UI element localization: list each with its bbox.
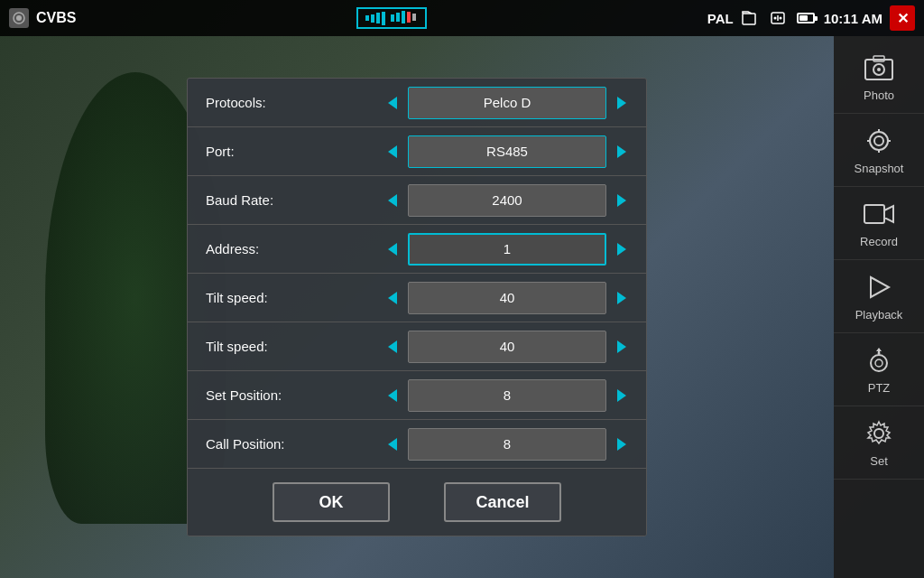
svg-marker-36 (617, 194, 626, 207)
svg-marker-45 (388, 438, 397, 451)
tilt-speed-2-label: Tilt speed: (188, 339, 368, 354)
svg-marker-39 (388, 292, 397, 304)
set-position-value[interactable]: 8 (408, 379, 606, 412)
port-value[interactable]: RS485 (408, 135, 606, 168)
close-button[interactable]: ✕ (890, 5, 915, 31)
right-sidebar: Photo Snapshot Record (834, 36, 924, 578)
protocols-control: Pelco D (368, 79, 646, 126)
record-icon (863, 198, 895, 230)
svg-rect-2 (391, 14, 394, 22)
protocols-prev-button[interactable] (377, 87, 408, 119)
signal-indicator (356, 7, 427, 29)
tilt-speed-1-value[interactable]: 40 (408, 282, 606, 314)
svg-point-26 (875, 359, 882, 367)
baud-rate-row: Baud Rate: 2400 (188, 176, 646, 225)
svg-marker-34 (617, 145, 626, 158)
ok-button[interactable]: OK (273, 482, 390, 522)
tilt-speed-1-control: 40 (368, 275, 646, 322)
baud-rate-next-button[interactable] (606, 184, 637, 217)
call-position-control: 8 (368, 421, 646, 468)
svg-marker-40 (617, 292, 626, 304)
port-row: Port: RS485 (188, 127, 646, 176)
ptz-icon (863, 344, 895, 377)
baud-rate-label: Baud Rate: (188, 192, 368, 208)
address-control: 1 (368, 226, 646, 273)
svg-point-11 (779, 17, 781, 20)
svg-marker-23 (884, 206, 893, 222)
sidebar-label-snapshot: Snapshot (855, 162, 904, 175)
sidebar-label-playback: Playback (855, 308, 903, 322)
svg-point-14 (877, 68, 881, 71)
sidebar-item-ptz[interactable]: PTZ (834, 333, 924, 406)
battery-icon (797, 13, 815, 23)
address-next-button[interactable] (606, 233, 637, 266)
svg-point-29 (878, 352, 881, 355)
call-position-prev-button[interactable] (377, 428, 408, 461)
svg-marker-38 (617, 243, 626, 256)
set-position-control: 8 (368, 372, 646, 419)
sidebar-item-photo[interactable]: Photo (834, 41, 924, 114)
address-label: Address: (188, 241, 368, 256)
sidebar-label-set: Set (870, 454, 888, 468)
svg-marker-43 (388, 389, 397, 402)
sidebar-item-snapshot[interactable]: Snapshot (834, 114, 924, 187)
tilt-speed-2-next-button[interactable] (606, 331, 637, 363)
sidebar-item-record[interactable]: Record (834, 187, 924, 260)
playback-icon (863, 271, 895, 303)
svg-marker-33 (388, 145, 397, 158)
svg-marker-41 (388, 340, 397, 353)
svg-marker-31 (388, 97, 397, 109)
tilt-speed-2-prev-button[interactable] (377, 331, 408, 363)
dialog-overlay: Protocols: Pelco D Port: RS485 (0, 36, 834, 578)
usb-icon (768, 10, 788, 26)
svg-marker-44 (617, 389, 626, 402)
svg-point-30 (874, 429, 883, 438)
protocols-next-button[interactable] (606, 87, 637, 119)
sidebar-item-set[interactable]: Set (834, 406, 924, 480)
svg-rect-7 (743, 14, 755, 24)
svg-point-25 (871, 355, 887, 371)
address-prev-button[interactable] (377, 233, 408, 266)
tilt-speed-1-prev-button[interactable] (377, 282, 408, 314)
svg-point-16 (870, 132, 888, 150)
svg-rect-5 (407, 12, 411, 23)
tilt-speed-2-control: 40 (368, 323, 646, 370)
call-position-label: Call Position: (188, 436, 368, 452)
top-right-area: PAL 10:11 AM ✕ (707, 5, 915, 31)
signal-bars (356, 7, 427, 29)
baud-rate-control: 2400 (368, 177, 646, 224)
set-position-prev-button[interactable] (377, 379, 408, 412)
set-position-row: Set Position: 8 (188, 371, 646, 420)
app-title-area: CVBS (9, 8, 76, 28)
set-position-next-button[interactable] (606, 379, 637, 412)
svg-rect-4 (402, 11, 405, 23)
sidebar-item-playback[interactable]: Playback (834, 260, 924, 333)
dialog-footer: OK Cancel (188, 469, 646, 536)
sd-card-icon (741, 10, 761, 26)
call-position-row: Call Position: 8 (188, 420, 646, 469)
svg-rect-6 (412, 14, 416, 21)
svg-point-17 (874, 136, 883, 145)
port-label: Port: (188, 144, 368, 159)
call-position-next-button[interactable] (606, 428, 637, 461)
cancel-button[interactable]: Cancel (444, 482, 561, 522)
baud-rate-prev-button[interactable] (377, 184, 408, 217)
port-next-button[interactable] (606, 135, 637, 168)
tilt-speed-1-label: Tilt speed: (188, 290, 368, 305)
tilt-speed-1-next-button[interactable] (606, 282, 637, 314)
protocols-value[interactable]: Pelco D (408, 87, 606, 119)
baud-rate-value[interactable]: 2400 (408, 184, 606, 217)
tilt-speed-2-value[interactable]: 40 (408, 331, 606, 363)
address-value[interactable]: 1 (408, 233, 606, 266)
port-prev-button[interactable] (377, 135, 408, 168)
signal-bar-4 (382, 12, 385, 25)
call-position-value[interactable]: 8 (408, 428, 606, 461)
signal-format: PAL (707, 11, 734, 26)
svg-rect-3 (396, 13, 400, 22)
set-position-label: Set Position: (188, 387, 368, 403)
settings-dialog: Protocols: Pelco D Port: RS485 (187, 78, 647, 536)
signal-bar-3 (376, 13, 380, 23)
svg-marker-24 (871, 277, 889, 297)
svg-marker-32 (617, 97, 626, 109)
svg-marker-46 (617, 438, 626, 451)
